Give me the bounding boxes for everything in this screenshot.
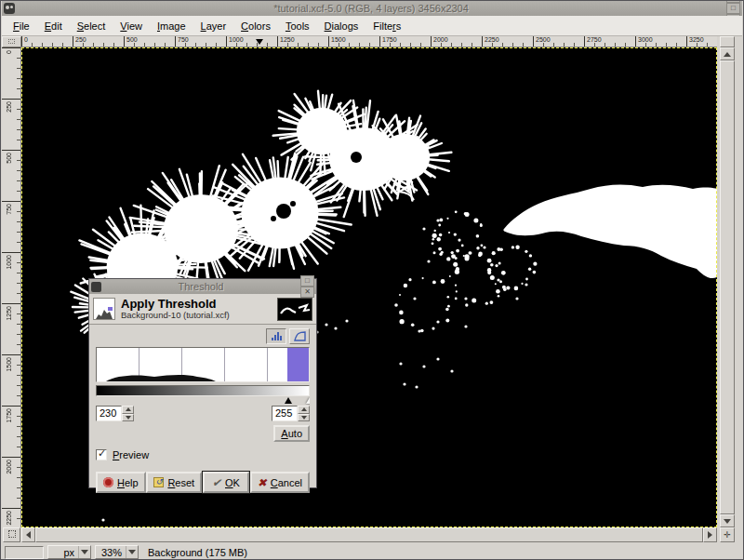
horizontal-ruler[interactable]: 0250500750100012501500175020002250250027… bbox=[21, 36, 717, 47]
high-threshold-input[interactable]: 255 bbox=[272, 406, 298, 421]
preview-checkbox[interactable]: ✓ bbox=[96, 449, 107, 460]
chevron-down-icon bbox=[78, 546, 90, 558]
threshold-dialog: Threshold □✕ Apply Threshold Background-… bbox=[88, 278, 317, 488]
logarithmic-histogram-icon bbox=[294, 331, 306, 341]
menubar: FileEditSelectViewImageLayerColorsToolsD… bbox=[2, 16, 742, 36]
ruler-label: 500 bbox=[2, 150, 20, 151]
ruler-label: 750 bbox=[175, 36, 189, 47]
gradient-bar bbox=[96, 385, 310, 396]
unit-dropdown[interactable]: px bbox=[47, 545, 91, 559]
ruler-label: 0 bbox=[21, 36, 28, 47]
horizontal-scrollbar[interactable] bbox=[21, 527, 717, 542]
canvas-menu-button[interactable] bbox=[720, 36, 735, 47]
threshold-histogram[interactable] bbox=[96, 347, 310, 382]
dialog-header-text: Apply Threshold Background-10 (tutorial.… bbox=[121, 298, 277, 321]
help-button[interactable]: Help bbox=[96, 472, 146, 493]
cancel-button[interactable]: ✖ Cancel bbox=[250, 472, 310, 493]
ruler-label: 2750 bbox=[584, 36, 602, 47]
linear-histogram-button[interactable] bbox=[266, 328, 286, 344]
menu-filters[interactable]: Filters bbox=[365, 19, 408, 33]
horizontal-scroll-thumb[interactable] bbox=[35, 527, 703, 542]
spin-up-button[interactable] bbox=[298, 406, 310, 414]
vertical-ruler[interactable]: 0250500750100012501500175020002250 bbox=[2, 47, 21, 527]
vertical-scrollbar[interactable] bbox=[720, 47, 735, 527]
dialog-title: Threshold bbox=[103, 281, 299, 292]
spin-down-button[interactable] bbox=[298, 414, 310, 422]
cursor-position-box bbox=[5, 546, 44, 559]
close-button[interactable]: ✕ bbox=[300, 287, 314, 298]
histogram-scale-buttons bbox=[96, 328, 310, 345]
quickmask-icon bbox=[8, 530, 16, 538]
low-spin-buttons bbox=[122, 406, 134, 421]
help-icon bbox=[103, 477, 113, 487]
zoom-value: 33% bbox=[101, 547, 126, 558]
dialog-icon bbox=[91, 282, 101, 292]
ruler-label: 250 bbox=[2, 99, 20, 100]
high-threshold-marker[interactable] bbox=[306, 397, 310, 404]
threshold-markers bbox=[96, 396, 310, 405]
menu-image[interactable]: Image bbox=[150, 19, 193, 33]
histogram-curve bbox=[97, 347, 310, 381]
vertical-scroll-thumb[interactable] bbox=[720, 60, 735, 514]
status-message: Background (175 MB) bbox=[148, 547, 247, 558]
ruler-label: 2000 bbox=[431, 36, 448, 47]
low-threshold-input[interactable]: 230 bbox=[96, 406, 122, 421]
ruler-label: 2500 bbox=[533, 36, 551, 47]
maximize-icon: □ bbox=[305, 277, 310, 285]
menu-file[interactable]: File bbox=[6, 19, 37, 33]
scroll-up-button[interactable] bbox=[720, 47, 735, 60]
logarithmic-histogram-button[interactable] bbox=[289, 328, 310, 344]
gimp-image-window: *tutorial.xcf-5.0 (RGB, 4 layers) 3456x2… bbox=[0, 0, 744, 560]
dialog-header-title: Apply Threshold bbox=[121, 298, 277, 311]
checkmark-icon: ✓ bbox=[98, 447, 106, 460]
window-titlebar[interactable]: *tutorial.xcf-5.0 (RGB, 4 layers) 3456x2… bbox=[2, 1, 742, 16]
navigation-button[interactable]: ✛ bbox=[720, 527, 735, 542]
spin-down-button[interactable] bbox=[122, 414, 134, 422]
check-icon: ✔ bbox=[212, 477, 221, 488]
menu-tools[interactable]: Tools bbox=[278, 19, 317, 33]
gimp-wilber-icon bbox=[4, 3, 15, 14]
unit-value: px bbox=[54, 547, 78, 558]
ruler-origin-button[interactable] bbox=[2, 36, 21, 47]
menu-colors[interactable]: Colors bbox=[233, 19, 278, 33]
ruler-label: 1750 bbox=[379, 36, 397, 47]
zoom-dropdown[interactable]: 33% bbox=[95, 545, 139, 559]
maximize-button[interactable]: □ bbox=[726, 3, 740, 14]
threshold-values: 230 255 bbox=[96, 406, 310, 421]
ok-button[interactable]: ✔ OK bbox=[203, 472, 249, 493]
scroll-left-button[interactable] bbox=[21, 527, 35, 542]
histogram-tool-icon bbox=[93, 298, 115, 320]
ruler-label: 1250 bbox=[2, 303, 20, 304]
close-icon: ✖ bbox=[258, 477, 267, 488]
ruler-label: 2000 bbox=[2, 457, 20, 458]
chevron-down-icon bbox=[126, 546, 138, 558]
ruler-label: 750 bbox=[2, 201, 20, 202]
spin-up-button[interactable] bbox=[122, 406, 134, 414]
ruler-label: 1000 bbox=[2, 252, 20, 253]
minimize-icon: – bbox=[731, 0, 735, 1]
reset-icon: ↺ bbox=[153, 477, 164, 487]
menu-layer[interactable]: Layer bbox=[193, 19, 234, 33]
maximize-icon: □ bbox=[731, 5, 736, 12]
scroll-right-button[interactable] bbox=[703, 527, 717, 542]
scroll-down-button[interactable] bbox=[720, 514, 735, 527]
auto-button[interactable]: Auto bbox=[273, 425, 310, 442]
ruler-label: 1750 bbox=[2, 406, 20, 407]
ruler-label: 1500 bbox=[328, 36, 346, 47]
maximize-button[interactable]: □ bbox=[300, 275, 314, 287]
low-threshold-spinbox: 230 bbox=[96, 406, 134, 421]
reset-button[interactable]: ↺ Reset bbox=[146, 472, 202, 493]
menu-dialogs[interactable]: Dialogs bbox=[317, 19, 366, 33]
menu-select[interactable]: Select bbox=[70, 19, 113, 33]
navigation-icon: ✛ bbox=[724, 530, 731, 540]
origin-icon bbox=[8, 39, 15, 44]
auto-label: Auto bbox=[281, 428, 302, 439]
menu-view[interactable]: View bbox=[113, 19, 150, 33]
quickmask-toggle-button[interactable] bbox=[3, 527, 20, 542]
menu-edit[interactable]: Edit bbox=[37, 19, 70, 33]
pointer-position-marker bbox=[256, 39, 263, 45]
preview-label: Preview bbox=[113, 449, 149, 460]
dialog-titlebar[interactable]: Threshold □✕ bbox=[89, 279, 316, 294]
ruler-label: 1000 bbox=[226, 36, 244, 47]
low-threshold-marker[interactable] bbox=[285, 397, 292, 404]
